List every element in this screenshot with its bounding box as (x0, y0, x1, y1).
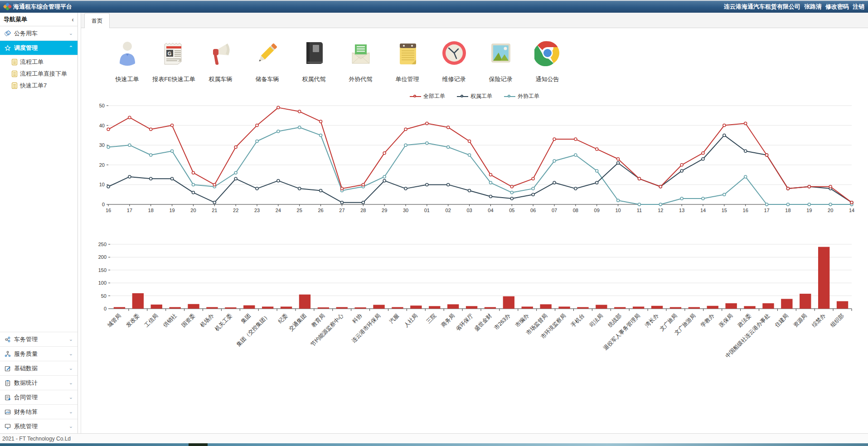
svg-text:18: 18 (785, 208, 790, 213)
sidebar-subitem-process-order[interactable]: 流程工单 (0, 56, 78, 68)
shortcut-person[interactable]: 快速工单 (104, 40, 150, 83)
sidebar-item-official-vehicle[interactable]: 公务用车 ⌄ (0, 26, 78, 41)
sidebar-item-label: 基础数据 (14, 364, 66, 373)
shortcut-clock[interactable]: 维修记录 (431, 40, 477, 83)
svg-text:0: 0 (104, 306, 107, 311)
logout-link[interactable]: 注销 (853, 3, 864, 11)
shortcut-picture[interactable]: 保险记录 (477, 40, 524, 83)
sidebar-item-vehicle-management[interactable]: 车务管理⌄ (0, 332, 78, 346)
main-panel: 首页 快速工单G报表FE快速工单权属车辆储备车辆权属代驾外协代驾单位管理维修记录… (81, 13, 868, 433)
svg-text:司法局: 司法局 (588, 312, 604, 329)
shortcut-grid: 快速工单G报表FE快速工单权属车辆储备车辆权属代驾外协代驾单位管理维修记录保险记… (104, 40, 868, 83)
sidebar-item-dispatch-management[interactable]: 调度管理 ⌃ (0, 41, 78, 55)
sidebar-title: 导航菜单 (4, 15, 27, 24)
shortcut-notebook[interactable]: 权属代驾 (291, 40, 337, 83)
sidebar-item-system-management[interactable]: 系统管理⌄ (0, 419, 78, 433)
taskbar-dark-segment (189, 443, 208, 446)
tab-home[interactable]: 首页 (84, 13, 110, 28)
legend-item-2[interactable]: 外协工单 (504, 92, 539, 100)
svg-text:26: 26 (318, 208, 323, 213)
svg-text:05: 05 (509, 208, 514, 213)
svg-text:科协: 科协 (351, 312, 364, 325)
shortcut-label: 通知公告 (536, 75, 559, 83)
mail-icon (348, 40, 374, 66)
legend-marker (410, 96, 421, 97)
sidebar-item-label: 数据统计 (14, 379, 66, 387)
svg-text:12: 12 (658, 208, 663, 213)
svg-text:综禁办: 综禁办 (810, 312, 827, 329)
footer: 2021 - FT Technology Co.Ld (0, 433, 868, 443)
svg-text:资源局: 资源局 (792, 312, 808, 328)
topbar: 海通租车综合管理平台 连云港海通汽车租赁有限公司 张路清 修改密码 注销 (0, 0, 868, 13)
svg-text:节约能源监察中心: 节约能源监察中心 (310, 312, 345, 348)
document-icon (12, 82, 17, 89)
tags-icon (5, 30, 11, 37)
workorder-line-chart: 0102030405016171819202122232425262728293… (92, 100, 858, 223)
partial-bar-chart: 10080 (92, 433, 858, 433)
svg-text:23: 23 (254, 208, 260, 213)
svg-text:22: 22 (233, 208, 238, 213)
svg-text:机场办: 机场办 (199, 312, 215, 329)
svg-text:手机台: 手机台 (570, 312, 586, 328)
shortcut-notepad[interactable]: 单位管理 (384, 40, 431, 83)
svg-text:城管局: 城管局 (106, 312, 122, 328)
sidebar-item-service-quality[interactable]: 服务质量⌄ (0, 346, 78, 361)
shortcut-chrome[interactable]: 通知公告 (524, 40, 571, 83)
svg-text:国资委: 国资委 (180, 312, 196, 328)
shortcut-label: 权属代驾 (302, 75, 326, 83)
svg-text:14: 14 (700, 208, 706, 213)
shortcut-label: 维修记录 (442, 75, 466, 83)
svg-text:25: 25 (297, 208, 302, 213)
svg-text:17: 17 (127, 208, 132, 213)
svg-text:16: 16 (743, 208, 748, 213)
sidebar-item-contract-management[interactable]: 合同管理⌄ (0, 390, 78, 404)
sidebar-collapse-icon[interactable]: ‹ (72, 16, 74, 23)
tab-label: 首页 (92, 17, 102, 25)
svg-text:三院: 三院 (425, 312, 437, 325)
shortcut-newspaper[interactable]: G报表FE快速工单 (150, 40, 197, 83)
sidebar-subitem-process-order-direct[interactable]: 流程工单直接下单 (0, 68, 78, 80)
sidebar: 导航菜单 ‹ 公务用车 ⌄ 调度管理 ⌃ 流程工单 流 (0, 13, 78, 433)
sidebar-item-label: 调度管理 (14, 44, 66, 52)
svg-text:政法委: 政法委 (737, 312, 752, 328)
shortcut-label: 快速工单 (116, 75, 139, 83)
app-title: 海通租车综合管理平台 (13, 3, 72, 11)
sidebar-subitem-label: 流程工单 (20, 58, 44, 66)
chevron-down-icon: ⌄ (69, 423, 73, 429)
chevron-down-icon: ⌄ (69, 409, 73, 415)
svg-text:50: 50 (99, 103, 105, 108)
sidebar-item-finance-settlement[interactable]: 财务结算⌄ (0, 404, 78, 419)
sidebar-item-base-data[interactable]: 基础数据⌄ (0, 361, 78, 375)
megaphone-icon (208, 40, 234, 66)
legend-item-0[interactable]: 全部工单 (410, 92, 445, 100)
unit-bar-chart: 050100150200250城管局发改委工信局供销社国资委机场办机关工委集团集… (92, 241, 858, 377)
legend-item-1[interactable]: 权属工单 (457, 92, 492, 100)
shortcut-pencil[interactable]: 储备车辆 (244, 40, 291, 83)
svg-text:27: 27 (339, 208, 344, 213)
shortcut-megaphone[interactable]: 权属车辆 (197, 40, 244, 83)
tab-bar: 首页 (81, 13, 868, 28)
shortcut-mail[interactable]: 外协代驾 (337, 40, 384, 83)
base-data-icon (5, 365, 11, 372)
svg-text:医保局: 医保局 (718, 312, 734, 328)
sidebar-subitem-quick-order7[interactable]: 快速工单7 (0, 80, 78, 92)
shortcut-label: 单位管理 (396, 75, 419, 83)
app-logo-icon (4, 3, 11, 10)
chevron-down-icon: ⌄ (69, 380, 73, 386)
svg-text:15: 15 (722, 208, 727, 213)
change-password-link[interactable]: 修改密码 (825, 3, 849, 11)
svg-text:04: 04 (488, 208, 493, 213)
svg-text:人社局: 人社局 (403, 312, 419, 328)
svg-text:教育局: 教育局 (310, 312, 326, 328)
chevron-down-icon: ⌄ (69, 30, 73, 36)
svg-text:学教办: 学教办 (699, 312, 716, 329)
document-icon (12, 59, 17, 65)
legend-marker (457, 96, 468, 97)
service-quality-icon (5, 351, 11, 357)
notepad-icon (394, 40, 421, 66)
sidebar-item-data-statistics[interactable]: 数据统计⌄ (0, 375, 78, 390)
sidebar-item-label: 车务管理 (14, 335, 66, 344)
sidebar-subitem-label: 快速工单7 (20, 82, 47, 90)
svg-text:30: 30 (403, 208, 408, 213)
svg-text:11: 11 (637, 208, 642, 213)
